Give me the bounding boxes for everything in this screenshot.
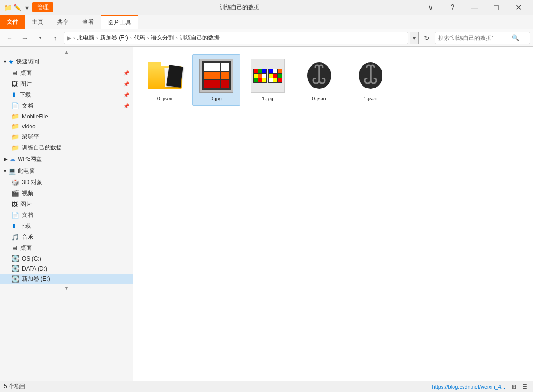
- computer-icon: 💻: [8, 167, 16, 175]
- forward-btn[interactable]: →: [18, 31, 31, 45]
- folder-page-dark: [166, 65, 183, 88]
- sidebar-scroll-down[interactable]: ▼: [0, 284, 133, 292]
- sidebar-item-downloads2[interactable]: ⬇ 下载: [0, 221, 133, 232]
- ribbon-tab-manage[interactable]: 管理: [32, 2, 53, 12]
- dropdown-nav-btn[interactable]: ▾: [33, 31, 47, 45]
- cloud-icon: ☁: [10, 156, 16, 163]
- file-item-0jpg[interactable]: 0.jpg: [192, 54, 240, 106]
- folder-icon: 📁: [11, 123, 19, 130]
- sidebar-item-label: 文档: [22, 211, 33, 219]
- path-newvol[interactable]: 新加卷 (E:): [100, 34, 128, 42]
- file-item-1jpg[interactable]: 1.jpg: [244, 54, 292, 106]
- wps-drive-header[interactable]: ▶ ☁ WPS网盘: [0, 153, 133, 165]
- sidebar-item-newe[interactable]: 💽 新加卷 (E:): [0, 274, 133, 284]
- expand-ribbon-btn[interactable]: ∨: [420, 0, 442, 15]
- this-pc-header[interactable]: ▾ 💻 此电脑: [0, 165, 133, 177]
- path-thispc[interactable]: 此电脑: [77, 34, 94, 42]
- sidebar-item-label: 3D 对象: [22, 178, 42, 186]
- help-btn[interactable]: ?: [442, 0, 463, 15]
- path-folder-icon: ▶: [67, 35, 71, 41]
- tab-home[interactable]: 主页: [25, 15, 50, 29]
- sidebar-item-downloads[interactable]: ⬇ 下载 📌: [0, 89, 133, 100]
- item-count: 5 个项目: [4, 382, 26, 391]
- sidebar-item-pictures2[interactable]: 🖼 图片: [0, 199, 133, 210]
- sidebar-item-video[interactable]: 📁 video: [0, 121, 133, 131]
- sidebar-item-label: 下载: [20, 222, 31, 230]
- drive-d-icon: 💽: [11, 265, 19, 272]
- status-bar: 5 个项目 https://blog.csdn.net/weixin_4... …: [0, 381, 533, 392]
- refresh-btn[interactable]: ↻: [421, 32, 433, 44]
- edit-icon: ✏️: [13, 4, 21, 11]
- grid-view-btn[interactable]: ⊞: [509, 382, 519, 392]
- window-controls: ∨ ? — □ ✕: [420, 0, 529, 15]
- sidebar-item-label: MobileFile: [22, 113, 48, 120]
- drive-e-icon: 💽: [11, 275, 19, 283]
- star-icon: ★: [8, 58, 14, 66]
- sidebar-item-pictures[interactable]: 🖼 图片 📌: [0, 78, 133, 89]
- list-view-btn[interactable]: ☰: [520, 382, 529, 392]
- search-input[interactable]: [438, 35, 510, 41]
- sidebar-item-label: 训练自己的数据: [22, 144, 62, 152]
- sidebar-item-osc[interactable]: 💽 OS (C:): [0, 254, 133, 264]
- sidebar-item-label: 新加卷 (E:): [22, 275, 50, 283]
- maximize-btn[interactable]: □: [485, 0, 507, 15]
- path-traindata[interactable]: 训练自己的数据: [180, 34, 220, 42]
- sidebar-item-label: 桌面: [20, 244, 32, 252]
- sidebar-item-label: 桌面: [20, 69, 32, 77]
- sidebar-item-traindata[interactable]: 📁 训练自己的数据: [0, 142, 133, 153]
- sidebar-item-mobilefile[interactable]: 📁 MobileFile: [0, 111, 133, 121]
- path-seg[interactable]: 语义分割: [151, 34, 174, 42]
- sidebar-item-music[interactable]: 🎵 音乐: [0, 232, 133, 243]
- sidebar-item-desktop2[interactable]: 🖥 桌面: [0, 243, 133, 254]
- tab-picture-tools[interactable]: 图片工具: [101, 15, 138, 29]
- tab-share[interactable]: 共享: [50, 15, 76, 29]
- sidebar-item-liangchenping[interactable]: 📁 梁琛平: [0, 131, 133, 142]
- docs-icon: 📄: [11, 102, 19, 109]
- main-layout: ▲ ▾ ★ 快速访问 🖥 桌面 📌 🖼 图片 📌 ⬇ 下载 📌 📄 文档 📌: [0, 47, 533, 381]
- folder-icon: 📁: [11, 133, 19, 140]
- sidebar-item-label: DATA (D:): [22, 265, 47, 272]
- video-icon: 🎬: [11, 190, 19, 197]
- sidebar-item-label: OS (C:): [22, 255, 41, 262]
- sidebar-item-desktop[interactable]: 🖥 桌面 📌: [0, 68, 133, 78]
- folder-icon: 📁: [4, 4, 11, 11]
- pin-icon: 📌: [123, 92, 129, 98]
- 3d-icon: 🎲: [11, 179, 19, 186]
- sidebar-item-videos[interactable]: 🎬 视频: [0, 188, 133, 199]
- sidebar-scroll-up[interactable]: ▲: [0, 49, 133, 56]
- close-btn[interactable]: ✕: [507, 0, 529, 15]
- up-btn[interactable]: ↑: [49, 31, 62, 45]
- desktop-icon: 🖥: [11, 245, 18, 252]
- sidebar-item-datad[interactable]: 💽 DATA (D:): [0, 264, 133, 274]
- folder-icon: 📁: [11, 113, 19, 120]
- file-item-1json[interactable]: 1.json: [347, 54, 394, 106]
- folder-icon: 📁: [11, 144, 19, 151]
- file-item-0json-folder[interactable]: 0_json: [141, 54, 189, 106]
- sidebar-item-label: 图片: [20, 80, 32, 88]
- address-path[interactable]: ▶ › 此电脑 › 新加卷 (E:) › 代码 › 语义分割 › 训练自己的数据: [64, 32, 408, 44]
- content-area: 0_json: [133, 47, 533, 381]
- quick-access-header[interactable]: ▾ ★ 快速访问: [0, 56, 133, 68]
- pin-icon: 📌: [123, 70, 129, 76]
- sidebar-item-3d[interactable]: 🎲 3D 对象: [0, 177, 133, 188]
- search-box: 🔍: [435, 32, 530, 44]
- path-code[interactable]: 代码: [134, 34, 145, 42]
- titlebar-icons: 📁 ✏️ ▾: [4, 4, 30, 11]
- json-svg: [356, 61, 385, 90]
- file-item-0json[interactable]: 0.json: [295, 54, 343, 106]
- sidebar-item-label: 音乐: [22, 233, 33, 241]
- file-thumbnail: [302, 59, 336, 93]
- search-icon[interactable]: 🔍: [512, 34, 519, 41]
- pictures-icon: 🖼: [11, 80, 18, 88]
- minimize-btn[interactable]: —: [463, 0, 485, 15]
- sidebar-item-docs2[interactable]: 📄 文档: [0, 210, 133, 221]
- sidebar-item-label: 图片: [20, 200, 32, 208]
- file-thumbnail: [353, 59, 388, 93]
- back-btn[interactable]: ←: [3, 31, 16, 45]
- address-dropdown-btn[interactable]: ▾: [410, 32, 419, 44]
- tab-view[interactable]: 查看: [76, 15, 101, 29]
- tab-file[interactable]: 文件: [0, 15, 25, 29]
- json-icon: [302, 59, 336, 93]
- folder-icon-big: [148, 62, 182, 89]
- sidebar-item-docs[interactable]: 📄 文档 📌: [0, 100, 133, 111]
